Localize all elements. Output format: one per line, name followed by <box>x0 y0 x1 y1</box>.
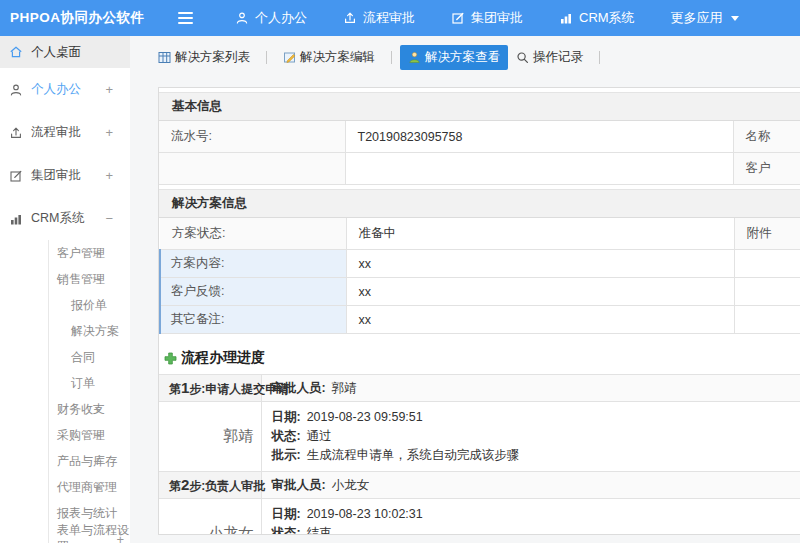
table-icon <box>158 51 171 64</box>
field-value <box>734 278 800 306</box>
user-icon <box>9 83 23 97</box>
field-value <box>734 306 800 334</box>
table-row: 其它备注: xx <box>160 306 800 334</box>
section-header-basic-info: 基本信息 <box>159 92 800 121</box>
table-row: 方案状态: 准备中 附件 <box>160 218 800 250</box>
field-value <box>734 250 800 278</box>
sidebar-item-form-flow-settings[interactable]: 表单与流程设置 + <box>49 526 130 543</box>
tab-bar: 解决方案列表 解决方案编辑 解决方案查看 操作记录 <box>130 36 800 78</box>
hamburger-menu-icon[interactable] <box>178 12 193 24</box>
step-detail: 日期:2019-08-23 10:02:31 状态:结束 批示:通过 <box>261 499 800 536</box>
basic-info-table: 流水号: T20190823095758 名称 客户 <box>159 121 800 185</box>
top-nav-group-approval[interactable]: 集团审批 <box>451 9 523 27</box>
step-approver: 审批人员:郭靖 <box>261 375 800 402</box>
caret-down-icon <box>731 16 739 21</box>
field-label <box>159 153 345 185</box>
tab-operation-log[interactable]: 操作记录 <box>508 45 591 70</box>
step-approver: 审批人员:小龙女 <box>261 472 800 499</box>
sidebar-item-label: 产品与库存 <box>57 453 117 470</box>
progress-step-row: 第1步:申请人提交申请 审批人员:郭靖 <box>159 375 800 402</box>
approver-name-cell: 郭靖 <box>159 402 261 472</box>
approver-name-cell: 小龙女 <box>159 499 261 536</box>
sidebar-item-finance[interactable]: 财务收支 + <box>49 396 130 422</box>
person-view-icon <box>408 51 421 64</box>
tab-solution-list[interactable]: 解决方案列表 <box>150 45 258 70</box>
sidebar-item-label: CRM系统 <box>31 210 84 227</box>
field-label: 客户 <box>733 153 800 185</box>
sidebar-item-solution[interactable]: 解决方案 <box>49 318 130 344</box>
approver-name: 小龙女 <box>332 478 370 492</box>
expand-icon[interactable]: + <box>116 532 124 543</box>
progress-table: 第1步:申请人提交申请 审批人员:郭靖 郭靖 日期:2019-08-23 09:… <box>159 374 800 535</box>
collapse-icon[interactable]: − <box>105 211 113 226</box>
tab-label: 操作记录 <box>533 49 583 66</box>
sidebar-item-personal-office[interactable]: 个人办公 + <box>0 68 130 111</box>
main-content: 解决方案列表 解决方案编辑 解决方案查看 操作记录 基本信息 <box>130 36 800 543</box>
expand-icon[interactable]: + <box>93 480 101 495</box>
top-nav-label: 流程审批 <box>363 9 415 27</box>
top-bar: PHPOA协同办公软件 个人办公 流程审批 集团审批 CRM系统 <box>0 0 800 36</box>
tab-label: 解决方案列表 <box>175 49 250 66</box>
sidebar-item-purchase-management[interactable]: 采购管理 + <box>49 422 130 448</box>
plus-green-icon <box>164 352 177 365</box>
table-row: 客户反馈: xx <box>160 278 800 306</box>
expand-icon[interactable]: + <box>93 454 101 469</box>
flow-upload-icon <box>343 11 357 25</box>
sidebar-item-label: 订单 <box>71 375 95 392</box>
detail-status-line: 状态:结束 <box>272 524 800 535</box>
expand-icon[interactable]: + <box>105 168 113 183</box>
top-nav: 个人办公 流程审批 集团审批 CRM系统 更多应用 <box>235 9 739 27</box>
tab-solution-edit[interactable]: 解决方案编辑 <box>275 45 383 70</box>
sidebar-item-agent-management[interactable]: 代理商管理 + <box>49 474 130 500</box>
field-value-feedback: xx <box>346 278 734 306</box>
table-row: 方案内容: xx <box>160 250 800 278</box>
sidebar-item-contract[interactable]: 合同 <box>49 344 130 370</box>
table-row: 客户 <box>159 153 800 185</box>
sidebar-item-label: 代理商管理 <box>57 479 117 496</box>
section-header-solution-info: 解决方案信息 <box>159 189 800 218</box>
sidebar-item-label: 个人办公 <box>31 81 81 98</box>
expand-icon[interactable]: + <box>105 82 113 97</box>
progress-detail-row: 郭靖 日期:2019-08-23 09:59:51 状态:通过 批示:生成流程申… <box>159 402 800 472</box>
sidebar-item-label: 集团审批 <box>31 167 81 184</box>
tab-separator <box>599 51 600 64</box>
sidebar: 个人桌面 个人办公 + 流程审批 + 集团审批 + CRM系统 − 客户管理 + <box>0 36 131 543</box>
top-nav-more-apps[interactable]: 更多应用 <box>671 9 739 27</box>
user-icon <box>235 11 249 25</box>
sidebar-item-desktop[interactable]: 个人桌面 <box>0 36 130 68</box>
progress-detail-row: 小龙女 日期:2019-08-23 10:02:31 状态:结束 批示:通过 <box>159 499 800 536</box>
sidebar-item-label: 个人桌面 <box>31 44 81 61</box>
tab-solution-view[interactable]: 解决方案查看 <box>400 45 508 70</box>
expand-icon[interactable]: + <box>93 402 101 417</box>
sidebar-item-crm-system[interactable]: CRM系统 − <box>0 197 130 240</box>
field-value-serial-number: T20190823095758 <box>345 121 733 153</box>
top-nav-workflow-approval[interactable]: 流程审批 <box>343 9 415 27</box>
approver-name: 郭靖 <box>332 381 357 395</box>
sidebar-item-customer-management[interactable]: 客户管理 + <box>49 240 130 266</box>
collapse-icon[interactable]: − <box>93 272 101 287</box>
sidebar-item-label: 合同 <box>71 349 95 366</box>
sidebar-item-order[interactable]: 订单 <box>49 370 130 396</box>
sidebar-item-group-approval[interactable]: 集团审批 + <box>0 154 130 197</box>
progress-section-title: 流程办理进度 <box>164 349 800 367</box>
sidebar-item-workflow-approval[interactable]: 流程审批 + <box>0 111 130 154</box>
field-label: 附件 <box>734 218 800 250</box>
top-nav-personal-office[interactable]: 个人办公 <box>235 9 307 27</box>
expand-icon[interactable]: + <box>93 246 101 261</box>
expand-icon[interactable]: + <box>93 428 101 443</box>
field-value <box>345 153 733 185</box>
sidebar-item-sales-management[interactable]: 销售管理 − <box>49 266 130 292</box>
flow-upload-icon <box>9 126 23 140</box>
sidebar-item-product-inventory[interactable]: 产品与库存 + <box>49 448 130 474</box>
bar-chart-icon <box>9 212 23 226</box>
field-value-status: 准备中 <box>346 218 734 250</box>
sidebar-item-quotation[interactable]: 报价单 <box>49 292 130 318</box>
detail-status-line: 状态:通过 <box>272 427 800 446</box>
tab-label: 解决方案查看 <box>425 49 500 66</box>
field-value-remark: xx <box>346 306 734 334</box>
group-approve-icon <box>9 169 23 183</box>
top-nav-crm-system[interactable]: CRM系统 <box>559 9 635 27</box>
field-value-content: xx <box>346 250 734 278</box>
home-icon <box>9 45 23 59</box>
expand-icon[interactable]: + <box>105 125 113 140</box>
